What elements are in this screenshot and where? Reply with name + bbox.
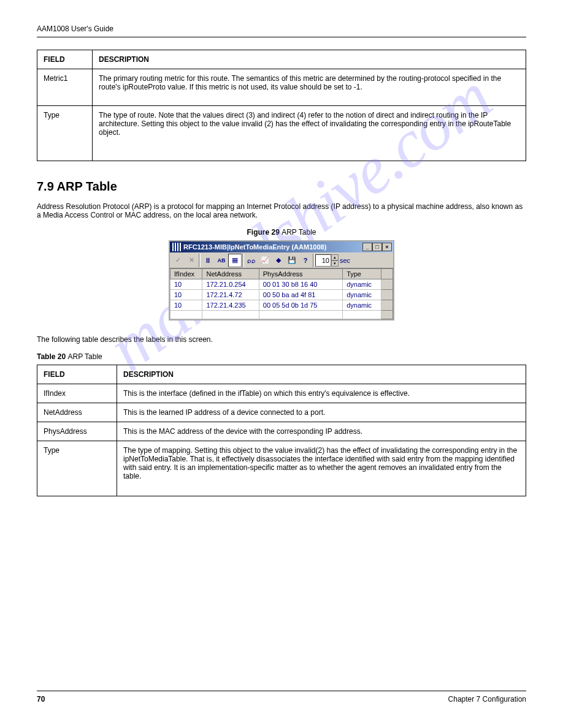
table-row: Type The type of route. Note that the va… [37, 106, 526, 161]
table-caption-text: ARP Table [67, 352, 102, 361]
figure-wrapper: RFC1213-MIB|IpNetToMediaEntry (AAM1008) … [37, 240, 526, 320]
th-field: FIELD [37, 365, 117, 384]
check-icon[interactable]: ✓ [171, 254, 185, 267]
cell-spacer [381, 311, 393, 319]
table-row: Metric1 The primary routing metric for t… [37, 69, 526, 106]
cell-desc: The type of mapping. Setting this object… [117, 441, 526, 496]
grid-header-row: IfIndex NetAddress PhysAddress Type [170, 269, 393, 279]
table-arp-fields: FIELD DESCRIPTION IfIndex This is the in… [37, 365, 526, 496]
app-icon [172, 243, 181, 251]
footer-page-number: 70 [37, 695, 45, 703]
cell [343, 311, 381, 319]
middle-paragraph: The following table describes the labels… [37, 335, 526, 344]
seconds-spinner[interactable]: ▴▾ [331, 254, 339, 267]
cell-field: Type [37, 441, 117, 496]
col-spacer [381, 269, 393, 279]
cell-spacer [381, 290, 393, 300]
cell-desc: This is the learned IP address of a devi… [117, 403, 526, 422]
window-title: RFC1213-MIB|IpNetToMediaEntry (AAM1008) [183, 243, 362, 251]
figure-caption: Figure 29 ARP Table [37, 228, 526, 237]
data-grid: IfIndex NetAddress PhysAddress Type 10 1… [170, 268, 393, 319]
chart-icon[interactable]: 📈 [258, 254, 272, 267]
cell-ifindex: 10 [170, 290, 202, 300]
cell-type: dynamic [343, 279, 381, 290]
th-description: DESCRIPTION [117, 365, 526, 384]
help-icon[interactable]: ? [299, 254, 312, 267]
cell-desc: This is the MAC address of the device wi… [117, 422, 526, 441]
section-heading: 7.9 ARP Table [37, 180, 526, 194]
cell-desc: The type of route. Note that the values … [93, 106, 526, 161]
table-row: IfIndex This is the interface (defined i… [37, 384, 526, 403]
cell [259, 311, 342, 319]
figure-caption-prefix: Figure 29 [247, 228, 282, 237]
grid-row[interactable]: 10 172.21.0.254 00 01 30 b8 16 40 dynami… [170, 279, 393, 290]
cell-field: NetAddress [37, 403, 117, 422]
header-left: AAM1008 User's Guide [37, 25, 113, 33]
cell-type: dynamic [343, 300, 381, 311]
ab-icon[interactable]: AB [215, 254, 228, 267]
tag-icon[interactable]: ◆ [272, 254, 285, 267]
cell-physaddress: 00 50 ba ad 4f 81 [259, 290, 342, 300]
table-route-fields: FIELD DESCRIPTION Metric1 The primary ro… [37, 50, 526, 161]
page-header: AAM1008 User's Guide [37, 25, 526, 37]
save-icon[interactable]: 💾 [285, 254, 299, 267]
cell-netaddress: 172.21.0.254 [202, 279, 259, 290]
th-description: DESCRIPTION [93, 50, 526, 69]
table-caption: Table 20 ARP Table [37, 352, 526, 361]
table-header-row: FIELD DESCRIPTION [37, 50, 526, 69]
cell-type: dynamic [343, 290, 381, 300]
cell-physaddress: 00 05 5d 0b 1d 75 [259, 300, 342, 311]
table-row: PhysAddress This is the MAC address of t… [37, 422, 526, 441]
x-icon[interactable]: ✕ [185, 254, 198, 267]
table-row: NetAddress This is the learned IP addres… [37, 403, 526, 422]
cell [170, 311, 202, 319]
maximize-button[interactable]: □ [372, 243, 382, 251]
col-physaddress[interactable]: PhysAddress [259, 269, 342, 279]
col-netaddress[interactable]: NetAddress [202, 269, 259, 279]
cell-desc: The primary routing metric for this rout… [93, 69, 526, 106]
col-type[interactable]: Type [343, 269, 381, 279]
cell-spacer [381, 279, 393, 290]
grid-row[interactable]: 10 172.21.4.72 00 50 ba ad 4f 81 dynamic [170, 290, 393, 300]
th-field: FIELD [37, 50, 93, 69]
page-footer: 70 Chapter 7 Configuration [37, 691, 526, 703]
toolbar: ✓ ✕ II AB ▦ ⌕⌕ 📈 ◆ 💾 ? 10 ▴▾ sec [170, 252, 393, 268]
cell-ifindex: 10 [170, 279, 202, 290]
toolbar-separator [313, 254, 315, 267]
table-caption-prefix: Table 20 [37, 352, 67, 361]
section-paragraph: Address Resolution Protocol (ARP) is a p… [37, 202, 526, 219]
cell-netaddress: 172.21.4.72 [202, 290, 259, 300]
grid-row-blank [170, 311, 393, 319]
cell-netaddress: 172.21.4.235 [202, 300, 259, 311]
cell-field: Metric1 [37, 69, 93, 106]
close-button[interactable]: × [382, 243, 392, 251]
cell-field: PhysAddress [37, 422, 117, 441]
cell-field: Type [37, 106, 93, 161]
col-ifindex[interactable]: IfIndex [170, 269, 202, 279]
toolbar-separator [242, 254, 244, 267]
titlebar[interactable]: RFC1213-MIB|IpNetToMediaEntry (AAM1008) … [170, 241, 393, 252]
cell [202, 311, 259, 319]
footer-chapter: Chapter 7 Configuration [448, 695, 526, 703]
toolbar-separator [199, 254, 201, 267]
cell-desc: This is the interface (defined in the if… [117, 384, 526, 403]
table-row: Type The type of mapping. Setting this o… [37, 441, 526, 496]
table-header-row: FIELD DESCRIPTION [37, 365, 526, 384]
grid-row[interactable]: 10 172.21.4.235 00 05 5d 0b 1d 75 dynami… [170, 300, 393, 311]
minimize-button[interactable]: _ [362, 243, 372, 251]
figure-caption-text: ARP Table [282, 228, 316, 237]
cell-spacer [381, 300, 393, 311]
dialog-window: RFC1213-MIB|IpNetToMediaEntry (AAM1008) … [169, 240, 394, 320]
window-buttons: _ □ × [362, 243, 392, 251]
grid-icon[interactable]: ▦ [228, 254, 242, 267]
seconds-input[interactable]: 10 [315, 254, 331, 267]
cell-physaddress: 00 01 30 b8 16 40 [259, 279, 342, 290]
cell-field: IfIndex [37, 384, 117, 403]
seconds-label: sec [339, 257, 350, 264]
pause-icon[interactable]: II [201, 254, 215, 267]
cell-ifindex: 10 [170, 300, 202, 311]
binoculars-icon[interactable]: ⌕⌕ [245, 254, 258, 267]
